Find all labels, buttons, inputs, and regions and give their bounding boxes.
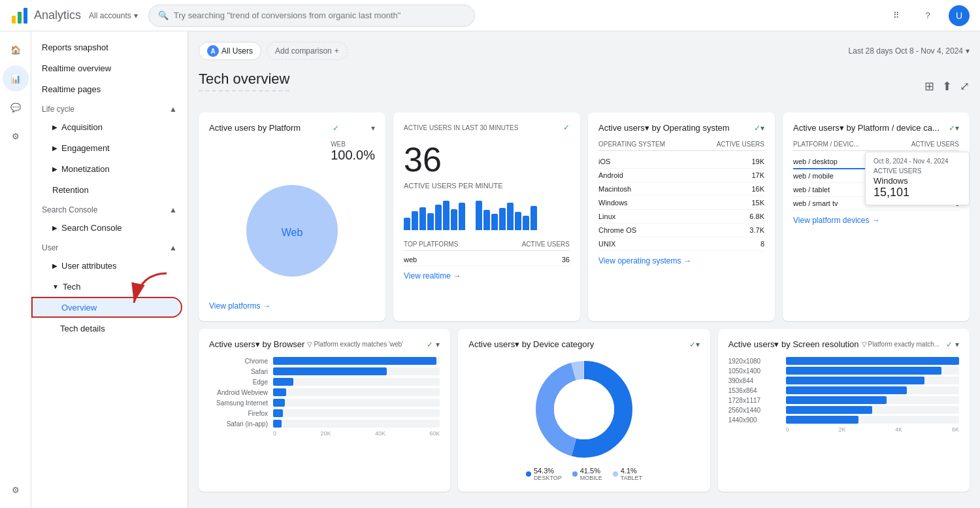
browser-axis: 020K40K60K	[209, 430, 440, 437]
nav-reports-snapshot[interactable]: Reports snapshot	[31, 37, 188, 58]
analytics-logo-icon	[10, 7, 29, 25]
card-realtime: ACTIVE USERS IN LAST 30 MINUTES ✓ 36 ACT…	[393, 112, 580, 321]
svg-point-8	[554, 379, 614, 439]
view-os-link[interactable]: View operating systems →	[598, 256, 764, 265]
device-donut-chart	[468, 357, 699, 462]
nav-realtime-pages[interactable]: Realtime pages	[31, 78, 188, 99]
nav-acquisition[interactable]: ▶ Acquisition	[31, 116, 188, 137]
topbar-right: ⠿ ? U	[886, 5, 970, 26]
search-input[interactable]	[174, 10, 465, 20]
os-row-android: Android17K	[598, 169, 764, 182]
avatar[interactable]: U	[949, 5, 970, 26]
card-platform: Active users by Platform ✓ ▾ WEB 100.0% …	[199, 112, 385, 321]
sidebar-icon-home[interactable]: 🏠	[3, 37, 29, 63]
check-icon: ✓	[333, 124, 339, 133]
card-browser-menu[interactable]: ▾	[436, 340, 440, 349]
topbar: Analytics All accounts ▾ 🔍 ⠿ ? U	[0, 0, 980, 31]
nav-monetization[interactable]: ▶ Monetization	[31, 158, 188, 179]
card-pd-menu[interactable]: ▾	[955, 124, 959, 133]
card-device-title: Active users▾ by Device category	[468, 339, 594, 349]
date-range[interactable]: Last 28 days Oct 8 - Nov 4, 2024 ▾	[849, 46, 970, 56]
nav-user-header[interactable]: User ▲	[31, 238, 188, 255]
chevron-down-icon: ▾	[134, 11, 138, 20]
card-device-category: Active users▾ by Device category ✓ ▾	[458, 329, 710, 492]
card-platform-menu[interactable]: ▾	[371, 124, 375, 133]
card-res-menu[interactable]: ▾	[955, 340, 959, 349]
card-device-menu[interactable]: ▾	[696, 340, 700, 349]
os-row-mac: Macintosh16K	[598, 182, 764, 196]
desktop-pct: 54.3%	[534, 467, 562, 475]
all-accounts-button[interactable]: All accounts ▾	[89, 11, 138, 20]
view-platforms-link[interactable]: View platforms →	[209, 301, 375, 311]
sidebar-icon-bar-chart[interactable]: 📊	[3, 65, 29, 92]
search-bar[interactable]: 🔍	[148, 5, 475, 27]
arrow-right-icon: →	[263, 301, 270, 311]
nav-engagement[interactable]: ▶ Engagement	[31, 137, 188, 158]
card-os: Active users▾ by Operating system ✓ ▾ OP…	[588, 112, 775, 321]
card-res-title: Active users▾ by Screen resolution	[728, 339, 859, 349]
plus-icon: +	[335, 46, 339, 56]
arrow-right-icon2: →	[453, 271, 461, 280]
nav-retention[interactable]: Retention	[31, 179, 188, 200]
search-icon: 🔍	[158, 10, 169, 20]
filter-bar: A All Users Add comparison + Last 28 day…	[199, 42, 970, 60]
svg-rect-2	[24, 8, 27, 24]
filter-left: A All Users Add comparison +	[199, 42, 348, 60]
nav-overview[interactable]: Overview	[31, 297, 182, 318]
chevron-down-icon2: ▾	[966, 46, 970, 56]
tooltip-number: 15,101	[874, 186, 961, 199]
os-table: OPERATING SYSTEM ACTIVE USERS iOS19K And…	[598, 141, 764, 251]
content-area: A All Users Add comparison + Last 28 day…	[188, 31, 980, 508]
svg-rect-0	[12, 16, 16, 24]
more-icon[interactable]: ⤢	[960, 79, 970, 93]
sidebar-icon-settings-circle[interactable]: ⚙	[3, 123, 29, 149]
tablet-pct: 4.1%	[621, 467, 642, 475]
help-icon[interactable]: ?	[917, 5, 938, 26]
chevron-up-icon2: ▲	[169, 205, 177, 214]
nav-lifecycle-header[interactable]: Life cycle ▲	[31, 99, 188, 116]
resolution-bar-chart: 1920x1080 1050x1400 390x844 1536x864 172…	[728, 357, 959, 424]
svg-text:Web: Web	[282, 227, 303, 238]
nav-search-console-item[interactable]: ▶ Search Console	[31, 217, 188, 238]
nav-realtime-overview[interactable]: Realtime overview	[31, 58, 188, 78]
nav-sidebar: Reports snapshot Realtime overview Realt…	[31, 31, 188, 508]
sidebar-icon-gear[interactable]: ⚙	[3, 477, 29, 503]
tablet-label: TABLET	[621, 475, 642, 481]
nav-tech-details[interactable]: Tech details	[31, 318, 188, 339]
web-platform-label: WEB	[331, 141, 375, 148]
check-icon4: ✓	[949, 124, 955, 133]
view-realtime-link[interactable]: View realtime →	[404, 271, 570, 280]
card-os-menu[interactable]: ▾	[760, 124, 764, 133]
device-legend: 54.3% DESKTOP 41.5% MOBILE	[468, 467, 699, 481]
all-users-chip[interactable]: A All Users	[199, 42, 261, 60]
add-comparison-button[interactable]: Add comparison +	[267, 42, 348, 60]
nav-search-console-header[interactable]: Search Console ▲	[31, 200, 188, 217]
os-row-ios: iOS19K	[598, 155, 764, 169]
share-icon[interactable]: ⬆	[942, 79, 952, 93]
sidebar-icon-chat[interactable]: 💬	[3, 94, 29, 120]
tooltip-os-name: Windows	[874, 176, 961, 186]
card-platform-device: Active users▾ by Platform / device ca...…	[783, 112, 970, 321]
nav-user-attributes[interactable]: ▶ User attributes	[31, 255, 188, 276]
realtime-title: ACTIVE USERS IN LAST 30 MINUTES	[404, 124, 518, 131]
check-icon2: ✓	[563, 123, 570, 132]
realtime-bars-right	[476, 197, 537, 235]
desktop-label: DESKTOP	[534, 475, 562, 481]
card-os-title: Active users▾ by Operating system	[598, 123, 730, 133]
chevron-up-icon: ▲	[169, 105, 177, 114]
logo: Analytics	[10, 7, 81, 25]
realtime-bars-left	[404, 197, 465, 235]
arrow-right-icon4: →	[872, 216, 880, 225]
card-screen-resolution: Active users▾ by Screen resolution ▽Plat…	[718, 329, 970, 492]
apps-icon[interactable]: ⠿	[886, 5, 907, 26]
card-pd-title: Active users▾ by Platform / device ca...	[793, 123, 939, 133]
nav-tech[interactable]: ▼ Tech	[31, 276, 188, 297]
browser-bar-chart: Chrome Safari Edge Android Webview Samsu…	[209, 357, 440, 428]
os-row-chrome: Chrome OS3.7K	[598, 224, 764, 237]
tooltip-box: Oct 8, 2024 - Nov 4, 2024 ACTIVE USERS W…	[865, 152, 970, 205]
customize-icon[interactable]: ⊞	[924, 79, 934, 93]
realtime-subtitle: ACTIVE USERS PER MINUTE	[404, 182, 570, 190]
check-icon5: ✓	[427, 340, 433, 349]
view-pd-link[interactable]: View platform devices →	[793, 216, 959, 225]
top-cards-row: Active users by Platform ✓ ▾ WEB 100.0% …	[199, 112, 970, 321]
